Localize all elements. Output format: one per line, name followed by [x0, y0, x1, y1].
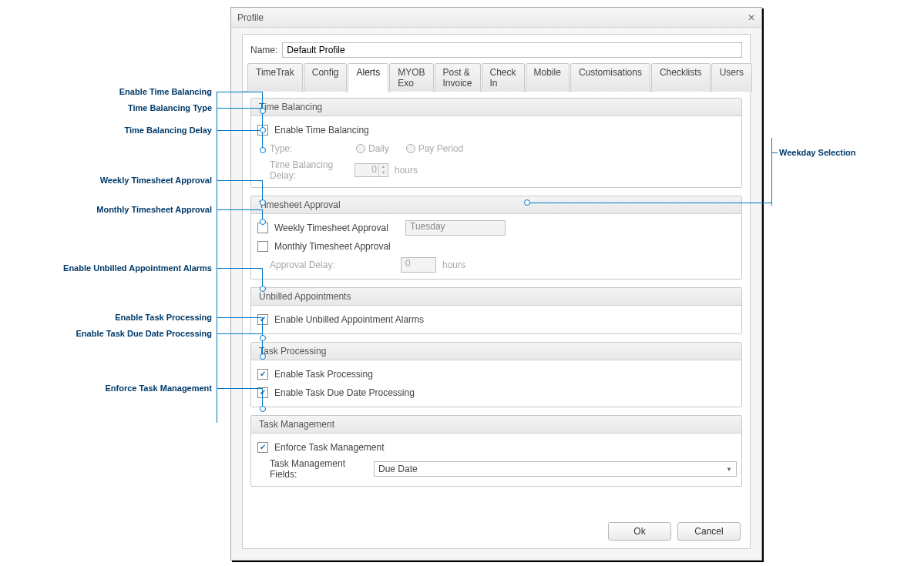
- tab-users[interactable]: Users: [711, 63, 752, 92]
- row-enforce-task-management: ✔ Enforce Task Management: [256, 438, 737, 457]
- label-enable-task-processing: Enable Task Processing: [274, 369, 373, 380]
- row-time-balancing-delay: Time Balancing Delay: 0 ▲▼ hours: [256, 158, 737, 183]
- dialog-body: Name: TimeTrak Config Alerts MYOB Exo Po…: [242, 34, 751, 549]
- label-task-management-fields: Task Management Fields:: [270, 458, 374, 480]
- callout-enforce-task-mgmt: Enforce Task Management: [0, 383, 212, 393]
- tab-myob-exo[interactable]: MYOB Exo: [389, 63, 433, 92]
- callout-time-balancing-type: Time Balancing Type: [0, 103, 212, 112]
- label-daily: Daily: [368, 143, 389, 154]
- radio-pay-period: [406, 144, 415, 153]
- group-header-task-management: Task Management: [251, 416, 741, 434]
- tab-timetrak[interactable]: TimeTrak: [247, 63, 303, 92]
- label-enable-time-balancing: Enable Time Balancing: [274, 125, 369, 136]
- callout-enable-task-processing: Enable Task Processing: [0, 313, 212, 322]
- checkbox-enable-unbilled[interactable]: ✔: [257, 314, 268, 325]
- input-approval-delay: 0: [401, 257, 436, 273]
- group-task-management: Task Management ✔ Enforce Task Managemen…: [250, 415, 742, 487]
- callout-weekday-selection: Weekday Selection: [779, 148, 918, 157]
- label-hours-2: hours: [442, 260, 465, 270]
- tab-alerts[interactable]: Alerts: [348, 63, 388, 92]
- callout-spine-left: [217, 92, 217, 423]
- label-pay-period: Pay Period: [418, 143, 464, 154]
- chevron-down-icon: ▼: [726, 466, 732, 473]
- callout-weekly-timesheet: Weekly Timesheet Approval: [0, 176, 212, 185]
- name-row: Name:: [243, 35, 750, 62]
- input-time-balancing-delay: 0 ▲▼: [354, 163, 388, 177]
- name-input[interactable]: [282, 42, 742, 58]
- row-enable-unbilled: ✔ Enable Unbilled Appointment Alarms: [256, 310, 737, 329]
- label-type: Type:: [270, 143, 354, 154]
- group-header-task-processing: Task Processing: [251, 343, 741, 360]
- close-icon[interactable]: ✕: [748, 12, 755, 23]
- dialog-buttons: Ok Cancel: [608, 522, 741, 541]
- select-task-management-fields[interactable]: Due Date ▼: [374, 461, 737, 477]
- cancel-button[interactable]: Cancel: [677, 522, 741, 541]
- select-weekday[interactable]: Tuesday: [405, 220, 506, 236]
- window-title: Profile: [237, 12, 264, 23]
- titlebar: Profile ✕: [231, 8, 761, 28]
- tab-check-in[interactable]: Check In: [482, 63, 525, 92]
- tab-content: Time Balancing Enable Time Balancing Typ…: [243, 92, 750, 494]
- label-enforce-task-management: Enforce Task Management: [274, 442, 385, 453]
- profile-dialog: Profile ✕ Name: TimeTrak Config Alerts M…: [230, 7, 762, 561]
- group-header-time-balancing: Time Balancing: [251, 99, 741, 116]
- group-task-processing: Task Processing ✔ Enable Task Processing…: [250, 342, 742, 407]
- checkbox-enable-task-due[interactable]: ✔: [257, 387, 268, 398]
- group-header-timesheet: Timesheet Approval: [251, 196, 741, 214]
- radio-daily: [356, 144, 365, 153]
- row-enable-task-due: ✔ Enable Task Due Date Processing: [256, 383, 737, 402]
- tab-config[interactable]: Config: [304, 63, 348, 92]
- checkbox-monthly-approval[interactable]: [257, 241, 268, 252]
- row-approval-delay: Approval Delay: 0 hours: [256, 256, 737, 274]
- tabstrip: TimeTrak Config Alerts MYOB Exo Post & I…: [243, 62, 750, 92]
- callout-enable-time-balancing: Enable Time Balancing: [0, 87, 212, 96]
- row-enable-task-processing: ✔ Enable Task Processing: [256, 365, 737, 383]
- name-label: Name:: [250, 45, 277, 55]
- group-header-unbilled: Unbilled Appointments: [251, 288, 741, 306]
- label-approval-delay: Approval Delay:: [270, 260, 401, 270]
- group-time-balancing: Time Balancing Enable Time Balancing Typ…: [250, 98, 742, 188]
- tab-checklists[interactable]: Checklists: [651, 63, 711, 92]
- callout-time-balancing-delay: Time Balancing Delay: [0, 126, 212, 135]
- callout-enable-unbilled: Enable Unbilled Appointment Alarms: [0, 263, 212, 273]
- label-weekly-approval: Weekly Timesheet Approval: [274, 223, 405, 233]
- row-monthly-approval: Monthly Timesheet Approval: [256, 237, 737, 256]
- callout-enable-task-due: Enable Task Due Date Processing: [0, 329, 212, 338]
- label-monthly-approval: Monthly Timesheet Approval: [274, 241, 391, 252]
- label-enable-unbilled: Enable Unbilled Appointment Alarms: [274, 314, 424, 325]
- checkbox-enable-task-processing[interactable]: ✔: [257, 369, 268, 380]
- row-task-management-fields: Task Management Fields: Due Date ▼: [256, 457, 737, 481]
- tab-customisations[interactable]: Customisations: [570, 63, 650, 92]
- tab-post-invoice[interactable]: Post & Invoice: [435, 63, 481, 92]
- ok-button[interactable]: Ok: [608, 522, 671, 541]
- label-enable-task-due: Enable Task Due Date Processing: [274, 387, 415, 398]
- label-hours-1: hours: [395, 165, 418, 176]
- callout-monthly-timesheet: Monthly Timesheet Approval: [0, 205, 212, 214]
- checkbox-enforce-task-management[interactable]: ✔: [257, 442, 268, 453]
- label-delay: Time Balancing Delay:: [270, 159, 354, 181]
- tab-mobile[interactable]: Mobile: [526, 63, 570, 92]
- row-weekly-approval: Weekly Timesheet Approval Tuesday: [256, 219, 737, 237]
- group-timesheet-approval: Timesheet Approval Weekly Timesheet Appr…: [250, 196, 742, 280]
- row-time-balancing-type: Type: Daily Pay Period: [256, 139, 737, 158]
- group-unbilled: Unbilled Appointments ✔ Enable Unbilled …: [250, 287, 742, 334]
- row-enable-time-balancing: Enable Time Balancing: [256, 121, 737, 139]
